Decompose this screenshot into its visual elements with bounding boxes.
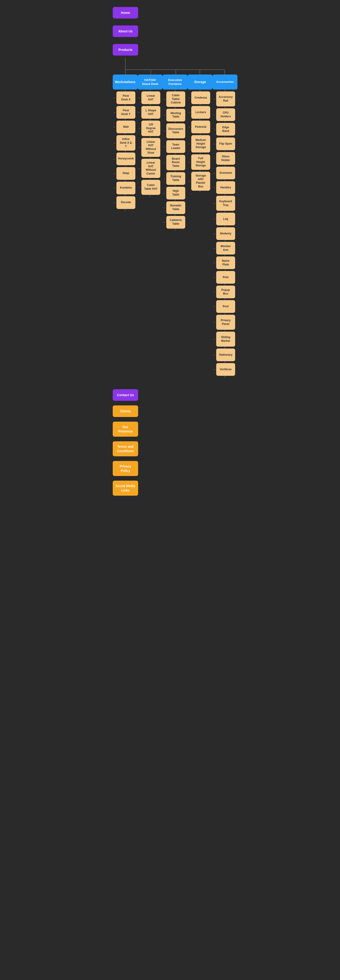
about-us-button[interactable]: About Us xyxy=(113,25,138,37)
acc-glass-holder[interactable]: → Glass Holder xyxy=(212,152,235,165)
storage-full-height[interactable]: → Full Height Storage xyxy=(188,154,210,170)
acc-post[interactable]: → Post xyxy=(212,300,235,313)
contact-us-button[interactable]: Contact Us xyxy=(113,389,138,401)
acc-popup-box[interactable]: → Popup Box xyxy=(212,286,235,298)
hat-without-shoe[interactable]: → Linear HAT Without Shoe xyxy=(138,138,160,157)
accessory-rail-button[interactable]: Accessory Rail xyxy=(216,91,235,107)
nomadic-table-button[interactable]: Nomadic Table xyxy=(166,201,185,214)
acc-privacy-panel[interactable]: → Privacy Panel xyxy=(212,315,235,330)
discussion-table-button[interactable]: Discussion Table xyxy=(166,123,185,138)
kombine-button[interactable]: Kombine xyxy=(116,181,135,194)
acc-grommet[interactable]: → Grommet xyxy=(212,167,235,179)
workstations-infine[interactable]: → Infine Desk X & Y xyxy=(113,135,135,151)
linear-hat-without-castor-button[interactable]: Linear HAT Without Castor xyxy=(141,159,160,178)
acc-name-plate[interactable]: → Name Plate xyxy=(212,256,235,269)
home-button[interactable]: Home xyxy=(113,7,138,19)
products-button[interactable]: Products xyxy=(113,44,138,56)
cafeteria-table-button[interactable]: Cafeteria Table xyxy=(166,216,185,229)
workstations-honeycomb[interactable]: → Honeycomb xyxy=(113,153,135,165)
exec-cabin[interactable]: → Cabin Table/ Cubicle xyxy=(163,91,185,107)
linear-hat-button[interactable]: Linear HAT xyxy=(141,91,160,104)
exec-training[interactable]: → Training Table xyxy=(163,172,185,185)
team-leader-button[interactable]: Team Leader xyxy=(166,140,185,153)
vertibrae-button[interactable]: Vertibrae xyxy=(216,363,235,376)
leg-button[interactable]: Leg xyxy=(216,213,235,225)
exec-high-table[interactable]: → High Table xyxy=(163,187,185,199)
terms-button[interactable]: Terms and Conditions xyxy=(113,441,138,456)
meeting-table-button[interactable]: Meeting Table xyxy=(166,109,185,121)
acc-vertibrae[interactable]: → Vertibrae xyxy=(212,363,235,376)
acc-cpu[interactable]: → CPU Holders xyxy=(212,108,235,121)
edge-band-button[interactable]: Edge Band xyxy=(216,123,235,135)
name-plate-button[interactable]: Name Plate xyxy=(216,256,235,269)
exec-cafeteria[interactable]: → Cafeteria Table xyxy=(163,216,185,229)
board-room-button[interactable]: Board Room Table xyxy=(166,155,185,170)
lockers-button[interactable]: Lockers xyxy=(191,106,210,119)
cpu-holders-button[interactable]: CPU Holders xyxy=(216,108,235,121)
post-button[interactable]: Post xyxy=(216,300,235,313)
executive-button[interactable]: Executive Furniture xyxy=(163,75,188,89)
workstations-skap[interactable]: → Skap xyxy=(113,167,135,180)
acc-accessory-rail[interactable]: → Accessory Rail xyxy=(212,91,235,107)
acc-handles[interactable]: → Handles xyxy=(212,181,235,194)
pole-button[interactable]: Pole xyxy=(216,271,235,284)
acc-leg[interactable]: → Leg xyxy=(212,213,235,225)
storage-credenza[interactable]: → Credenza xyxy=(188,91,210,104)
skap-button[interactable]: Skap xyxy=(116,167,135,180)
privacy-policy-button[interactable]: Privacy Policy xyxy=(113,461,138,476)
full-height-storage-button[interactable]: Full Height Storage xyxy=(191,154,210,170)
workstations-button[interactable]: Workstations xyxy=(113,75,138,89)
acc-sliding-marker[interactable]: → Sliding Marker xyxy=(212,332,235,347)
workstations-decode[interactable]: → Decode xyxy=(113,196,135,209)
modesty-button[interactable]: Modesty xyxy=(216,227,235,240)
acc-keyboard-tray[interactable]: → Keyboard Tray xyxy=(212,196,235,211)
hat-without-castor[interactable]: → Linear HAT Without Castor xyxy=(138,159,160,178)
acc-modesty[interactable]: → Modesty xyxy=(212,227,235,240)
acc-monitor-arm[interactable]: → Monitor Arm xyxy=(212,242,235,255)
stationary-button[interactable]: Stationary xyxy=(216,348,235,361)
sliding-marker-button[interactable]: Sliding Marker xyxy=(216,332,235,347)
linear-hat-without-shoe-button[interactable]: Linear HAT Without Shoe xyxy=(141,138,160,157)
storage-medium-height[interactable]: → Medium Height Storage xyxy=(188,135,210,153)
flip-open-button[interactable]: Flip Open xyxy=(216,137,235,150)
acc-flip-open[interactable]: → Flip Open xyxy=(212,137,235,150)
cabin-table-hat-button[interactable]: Cabin Table HAT xyxy=(141,180,160,195)
exec-nomadic[interactable]: → Nomadic Table xyxy=(163,201,185,214)
honeycomb-button[interactable]: Honeycomb xyxy=(116,153,135,165)
hat-120[interactable]: → 120 Degree HAT xyxy=(138,121,160,136)
workstations-wall[interactable]: → Wall xyxy=(113,121,135,133)
storage-planter[interactable]: → Storage with Planter Box xyxy=(188,172,210,191)
glass-holder-button[interactable]: Glass Holder xyxy=(216,152,235,165)
storage-lockers[interactable]: → Lockers xyxy=(188,106,210,119)
workstations-flexi-y[interactable]: → Flexi Desk Y xyxy=(113,106,135,119)
storage-button[interactable]: Storage xyxy=(188,75,212,89)
l-shape-hat-button[interactable]: L Shape HAT xyxy=(141,106,160,119)
cabin-table-button[interactable]: Cabin Table/ Cubicle xyxy=(166,91,185,107)
exec-meeting[interactable]: → Meeting Table xyxy=(163,109,185,121)
decode-button[interactable]: Decode xyxy=(116,196,135,209)
hat-linear[interactable]: → Linear HAT xyxy=(138,91,160,104)
training-table-button[interactable]: Training Table xyxy=(166,172,185,185)
handles-button[interactable]: Handles xyxy=(216,181,235,194)
storage-pedestal[interactable]: → Pedestal xyxy=(188,121,210,133)
privacy-panel-button[interactable]: Privacy Panel xyxy=(216,315,235,330)
keyboard-tray-button[interactable]: Keyboard Tray xyxy=(216,196,235,211)
clients-button[interactable]: Clients xyxy=(113,406,138,417)
exec-board-room[interactable]: → Board Room Table xyxy=(163,155,185,170)
flexi-desk-x-button[interactable]: Flexi Desk X xyxy=(116,91,135,104)
acc-pole[interactable]: → Pole xyxy=(212,271,235,284)
wall-button[interactable]: Wall xyxy=(116,121,135,133)
hat-button[interactable]: HAT\Sit/ Stand Desk xyxy=(138,75,163,89)
credenza-button[interactable]: Credenza xyxy=(191,91,210,104)
our-presence-button[interactable]: Our Presence xyxy=(113,422,138,437)
workstations-flexi-x[interactable]: → Flexi Desk X xyxy=(113,91,135,104)
pedestal-button[interactable]: Pedestal xyxy=(191,121,210,133)
social-media-button[interactable]: Social Media Links xyxy=(113,480,138,496)
120-degree-hat-button[interactable]: 120 Degree HAT xyxy=(141,121,160,136)
hat-l-shape[interactable]: → L Shape HAT xyxy=(138,106,160,119)
storage-planter-button[interactable]: Storage with Planter Box xyxy=(191,172,210,191)
workstations-kombine[interactable]: → Kombine xyxy=(113,181,135,194)
monitor-arm-button[interactable]: Monitor Arm xyxy=(216,242,235,255)
medium-height-storage-button[interactable]: Medium Height Storage xyxy=(191,135,210,153)
acc-edge-band[interactable]: → Edge Band xyxy=(212,123,235,135)
